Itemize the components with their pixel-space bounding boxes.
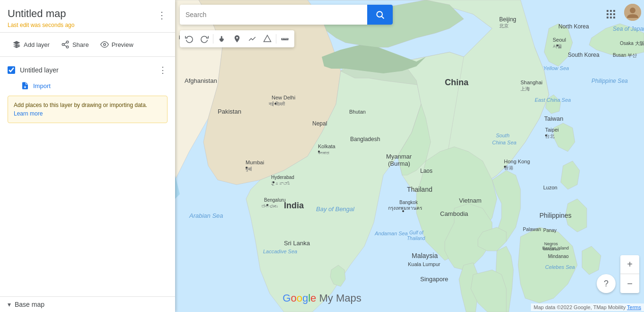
map-title: Untitled map — [8, 8, 168, 20]
add-layer-button[interactable]: Add layer — [8, 37, 54, 52]
sidebar-header: Untitled map Last edit was seconds ago ⋮ — [0, 0, 175, 33]
svg-text:ಬೆಂಗಳೂರು: ಬೆಂಗಳೂರು — [261, 204, 278, 209]
svg-text:Thailand: Thailand — [407, 186, 432, 193]
svg-text:Luzon: Luzon — [543, 185, 557, 190]
svg-text:Malaysia: Malaysia — [412, 252, 438, 259]
svg-text:Bangladesh: Bangladesh — [350, 136, 380, 143]
svg-point-46 — [246, 167, 247, 169]
line-icon — [248, 35, 256, 43]
marker-icon — [233, 35, 241, 43]
marker-button[interactable] — [229, 31, 245, 46]
svg-text:上海: 上海 — [520, 86, 530, 91]
svg-point-43 — [318, 151, 320, 152]
svg-text:Panay: Panay — [543, 228, 556, 233]
map-tools — [180, 30, 294, 47]
layer-checkbox[interactable] — [8, 66, 15, 74]
share-icon — [61, 40, 70, 49]
zoom-controls: + − — [620, 255, 639, 293]
zoom-in-button[interactable]: + — [620, 255, 639, 274]
svg-text:Sea of Japan: Sea of Japan — [613, 26, 644, 32]
search-input[interactable] — [180, 11, 367, 18]
svg-point-24 — [274, 103, 276, 105]
svg-point-37 — [545, 134, 547, 136]
svg-text:Kuala Lumpur: Kuala Lumpur — [408, 261, 441, 267]
svg-text:Laccadive Sea: Laccadive Sea — [263, 249, 297, 254]
svg-text:Mumbai: Mumbai — [246, 160, 264, 165]
measure-icon — [281, 35, 289, 43]
svg-text:Philippine Sea: Philippine Sea — [591, 78, 628, 84]
zoom-out-button[interactable]: − — [620, 274, 639, 293]
svg-text:Arabian Sea: Arabian Sea — [189, 212, 223, 219]
svg-text:Philippines: Philippines — [539, 212, 572, 219]
more-dots-icon: ⋮ — [157, 9, 167, 21]
svg-text:India: India — [284, 201, 304, 210]
layer-more-button[interactable]: ⋮ — [156, 63, 169, 77]
svg-text:Vietnam: Vietnam — [459, 197, 481, 204]
svg-text:Afghanistan: Afghanistan — [185, 77, 217, 84]
svg-point-90 — [62, 44, 64, 46]
svg-text:Bhutan: Bhutan — [349, 109, 366, 115]
svg-text:Yellow Sea: Yellow Sea — [543, 65, 569, 71]
search-button[interactable] — [367, 5, 393, 25]
svg-point-34 — [504, 166, 506, 168]
terms-link[interactable]: Terms — [627, 304, 641, 310]
undo-icon — [185, 35, 194, 43]
user-avatar[interactable] — [624, 4, 641, 21]
svg-rect-108 — [610, 13, 612, 15]
layers-section: Untitled layer ⋮ Import Add places to th… — [0, 57, 175, 296]
basemap-chevron-icon: ▾ — [8, 301, 11, 308]
pan-button[interactable] — [214, 31, 229, 46]
svg-point-39 — [402, 210, 404, 212]
svg-text:Bay of Bengal: Bay of Bengal — [316, 205, 355, 213]
svg-rect-105 — [610, 10, 612, 12]
search-icon — [375, 10, 385, 19]
measure-button[interactable] — [277, 31, 292, 46]
svg-line-97 — [382, 17, 384, 19]
svg-text:Gulf of: Gulf of — [409, 230, 424, 235]
redo-button[interactable] — [197, 31, 212, 46]
import-label: Import — [33, 82, 51, 89]
svg-point-31 — [556, 45, 558, 46]
svg-marker-98 — [264, 36, 271, 42]
svg-text:Thailand: Thailand — [407, 236, 425, 241]
svg-text:Pakistan: Pakistan — [218, 108, 241, 115]
help-button[interactable]: ? — [597, 274, 616, 293]
undo-button[interactable] — [182, 31, 197, 46]
svg-rect-111 — [610, 17, 612, 18]
line-button[interactable] — [245, 31, 260, 46]
svg-text:North Korea: North Korea — [558, 23, 589, 30]
svg-point-91 — [66, 46, 69, 48]
map-more-button[interactable]: ⋮ — [154, 8, 169, 23]
map-attribution: Map data ©2022 Google, TMap Mobility Ter… — [531, 303, 644, 311]
svg-line-92 — [64, 45, 66, 46]
redo-icon — [200, 35, 209, 43]
svg-text:Shanghai: Shanghai — [520, 80, 543, 85]
svg-text:Palawan: Palawan — [523, 227, 541, 232]
import-icon — [21, 81, 29, 90]
info-text: Add places to this layer by drawing or i… — [14, 102, 147, 108]
svg-point-94 — [103, 44, 106, 46]
svg-point-89 — [66, 41, 69, 44]
svg-point-49 — [273, 181, 274, 183]
layer-title: Untitled layer — [20, 66, 156, 74]
learn-more-link[interactable]: Learn more — [14, 110, 43, 117]
import-row[interactable]: Import — [0, 80, 175, 92]
svg-point-114 — [630, 8, 635, 13]
svg-text:北京: 北京 — [499, 23, 509, 28]
svg-text:New Delhi: New Delhi — [272, 95, 295, 100]
svg-text:Cambodia: Cambodia — [440, 210, 468, 217]
svg-text:Celebes Sea: Celebes Sea — [545, 264, 575, 270]
preview-button[interactable]: Preview — [96, 37, 138, 52]
polygon-button[interactable] — [260, 31, 275, 46]
svg-text:Sri Lanka: Sri Lanka — [284, 240, 310, 247]
svg-text:Singapore: Singapore — [420, 276, 448, 283]
svg-text:กรุงเทพมหานคร: กรุงเทพมหานคร — [388, 205, 423, 211]
tool-separator-2 — [276, 34, 276, 44]
svg-text:Hong Kong: Hong Kong — [504, 159, 530, 164]
svg-text:Bengaluru: Bengaluru — [264, 197, 286, 203]
untitled-layer-row: Untitled layer ⋮ — [0, 61, 175, 80]
search-box — [180, 5, 393, 25]
share-button[interactable]: Share — [56, 37, 94, 52]
apps-grid-icon[interactable] — [601, 5, 620, 24]
basemap-section[interactable]: ▾ Base map — [0, 296, 175, 312]
